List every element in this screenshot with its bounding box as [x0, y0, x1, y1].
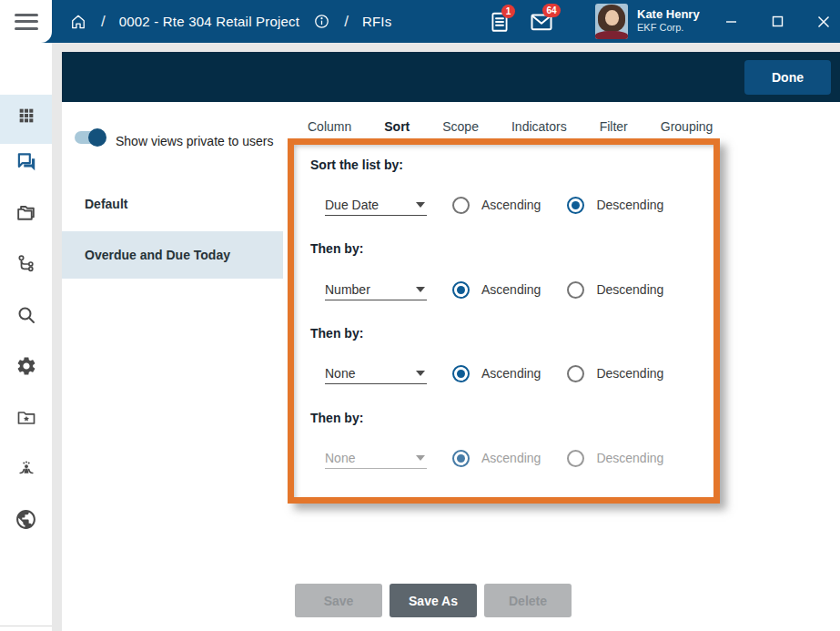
- sort-row-label: Then by:: [310, 411, 363, 425]
- user-name: Kate Henry: [637, 7, 700, 22]
- avatar[interactable]: [595, 4, 628, 39]
- private-views-toggle-label: Show views private to users: [116, 134, 274, 148]
- sidebar-item-starred[interactable]: [0, 403, 52, 431]
- toggle-switch[interactable]: [75, 131, 106, 144]
- sort-field-dropdown[interactable]: Number: [325, 279, 427, 300]
- sort-field-dropdown[interactable]: Due Date: [325, 194, 427, 216]
- minimize-button[interactable]: [715, 0, 746, 43]
- sort-field-dropdown: None: [325, 447, 427, 469]
- sidebar-item-rfis[interactable]: [0, 148, 52, 176]
- chat-icon: [15, 150, 38, 174]
- descending-radio[interactable]: [567, 281, 584, 299]
- mail-badge: 64: [542, 4, 561, 17]
- view-item-default[interactable]: Default: [62, 180, 283, 228]
- save-button: Save: [295, 584, 382, 617]
- layout-gap-top: [62, 43, 840, 52]
- chevron-down-icon: [416, 371, 425, 376]
- descending-radio: [567, 450, 584, 467]
- dropdown-value: Number: [325, 282, 370, 297]
- settings-gear-icon: [15, 355, 37, 377]
- search-icon: [15, 304, 37, 326]
- sort-field-dropdown[interactable]: None: [325, 362, 427, 384]
- ascending-label: Ascending: [481, 366, 541, 381]
- descending-label: Descending: [596, 366, 663, 381]
- ascending-label: Ascending: [481, 198, 541, 212]
- avatar-shirt: [595, 31, 628, 39]
- avatar-face: [605, 10, 619, 25]
- breadcrumb-section[interactable]: RFIs: [362, 14, 391, 29]
- descending-label: Descending: [596, 451, 663, 465]
- sort-row: None Ascending Descending: [325, 361, 663, 386]
- ascending-radio[interactable]: [452, 197, 470, 214]
- chevron-down-icon: [416, 455, 425, 461]
- ascending-label: Ascending: [481, 451, 541, 465]
- log-badge: 1: [501, 5, 515, 18]
- sort-row-label: Sort the list by:: [310, 158, 403, 172]
- descending-label: Descending: [596, 282, 663, 297]
- sidebar-item-settings[interactable]: [0, 352, 52, 380]
- dropdown-value: Due Date: [325, 198, 379, 212]
- breadcrumb-separator: /: [101, 13, 106, 31]
- done-button[interactable]: Done: [744, 60, 831, 95]
- breadcrumb: / 0002 - Rte 304 Retail Project / RFIs: [69, 0, 391, 43]
- dropdown-value: None: [325, 366, 355, 381]
- home-icon[interactable]: [69, 13, 87, 31]
- sidebar-divider: [0, 626, 52, 626]
- close-button[interactable]: [808, 0, 839, 43]
- layout-gap: [52, 43, 62, 631]
- maximize-button[interactable]: [762, 0, 793, 43]
- sort-row-label: Then by:: [310, 326, 363, 341]
- descending-radio[interactable]: [567, 197, 584, 214]
- breadcrumb-separator: /: [344, 13, 349, 31]
- ascending-radio: [452, 450, 470, 467]
- chevron-down-icon: [416, 202, 425, 208]
- workflow-icon: [15, 253, 37, 275]
- sort-row: Number Ascending Descending: [325, 277, 663, 302]
- descending-radio[interactable]: [567, 365, 584, 382]
- info-icon[interactable]: [313, 13, 330, 30]
- chevron-down-icon: [416, 287, 425, 292]
- sort-highlight-annotation: Sort the list by: Due Date Ascending Des…: [288, 138, 720, 504]
- sort-row: Due Date Ascending Descending: [325, 192, 663, 218]
- sort-row-label: Then by:: [310, 241, 363, 256]
- delete-button: Delete: [484, 584, 572, 617]
- user-company: EKF Corp.: [637, 22, 700, 35]
- sidebar-item-workflow[interactable]: [0, 250, 52, 278]
- app-window: / 0002 - Rte 304 Retail Project / RFIs 1: [0, 0, 840, 631]
- hamburger-icon: [15, 14, 38, 30]
- ascending-radio[interactable]: [452, 365, 470, 382]
- sidebar-item-globe[interactable]: [0, 505, 52, 533]
- menu-button[interactable]: [0, 0, 52, 43]
- private-views-toggle[interactable]: [75, 131, 106, 144]
- top-bar: / 0002 - Rte 304 Retail Project / RFIs 1: [0, 0, 840, 43]
- globe-icon: [15, 508, 37, 531]
- save-as-button[interactable]: Save As: [390, 584, 477, 617]
- apps-grid-icon: [16, 106, 36, 126]
- sidebar-item-celebration[interactable]: [0, 454, 52, 482]
- sidebar-item-documents[interactable]: [0, 198, 52, 226]
- sidebar-item-apps[interactable]: [0, 102, 52, 129]
- breadcrumb-project[interactable]: 0002 - Rte 304 Retail Project: [119, 14, 299, 29]
- sort-row: None Ascending Descending: [325, 445, 663, 471]
- saved-views-list: Default Overdue and Due Today: [62, 180, 283, 282]
- view-item-overdue[interactable]: Overdue and Due Today: [62, 231, 283, 279]
- ascending-radio[interactable]: [452, 281, 470, 299]
- folders-icon: [15, 201, 37, 224]
- view-config-header: Done: [62, 52, 840, 102]
- sort-panel: Sort the list by: Due Date Ascending Des…: [294, 145, 713, 497]
- ascending-label: Ascending: [481, 282, 541, 297]
- celebration-icon: [15, 457, 37, 479]
- sidebar: [0, 43, 52, 631]
- descending-label: Descending: [596, 198, 663, 212]
- user-info[interactable]: Kate Henry EKF Corp.: [637, 7, 700, 35]
- starred-folder-icon: [15, 406, 37, 428]
- sidebar-item-search[interactable]: [0, 301, 52, 329]
- dropdown-value: None: [325, 451, 355, 465]
- toggle-knob: [88, 128, 106, 147]
